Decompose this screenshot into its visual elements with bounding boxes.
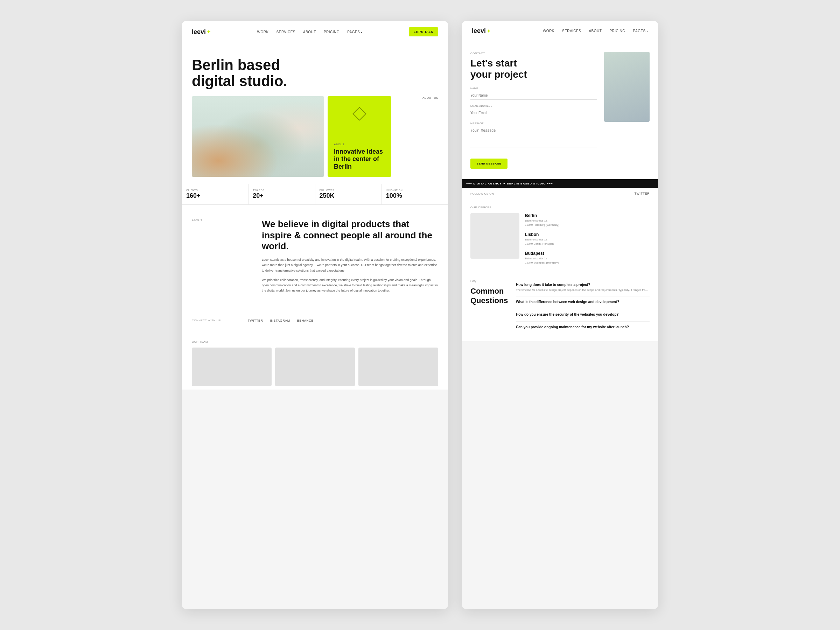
faq-eyebrow: FAQ (471, 279, 509, 283)
office-lisbon-addr2: 12340 Berlin (Portugal) (525, 242, 650, 246)
stat-clients-value: 160+ (186, 192, 244, 199)
team-card-3 (358, 347, 438, 386)
right-nav-links: WORK SERVICES ABOUT PRICING PAGES (543, 29, 648, 33)
team-grid (192, 347, 438, 386)
hero-card-text: Innovative ideas in the center of Berlin (334, 148, 385, 171)
left-page: leevi ✦ WORK SERVICES ABOUT PRICING PAGE… (182, 21, 448, 609)
send-message-button[interactable]: SEND MESSAGE (471, 159, 507, 169)
agency-ticker: +++ DIGITAL AGENCY ✦ BERLIN BASED STUDIO… (462, 179, 658, 188)
logo[interactable]: leevi ✦ (192, 28, 211, 36)
stat-clients: CLIENTS 160+ (182, 184, 248, 204)
faq-question-3[interactable]: How do you ensure the security of the we… (516, 313, 650, 316)
offices-layout: Berlin Bahnhofstraße 1a 12340 Hamburg (G… (471, 213, 650, 265)
faq-question-2[interactable]: What is the difference between web desig… (516, 300, 650, 304)
right-nav-pages[interactable]: PAGES (633, 29, 648, 33)
office-berlin-addr1: Bahnhofstraße 1a (525, 219, 650, 223)
about-para-1: Leevi stands as a beacon of creativity a… (262, 257, 438, 273)
right-nav-work[interactable]: WORK (543, 29, 554, 33)
contact-left: CONTACT Let's start your project NAME EM… (471, 52, 597, 169)
team-card-1 (192, 347, 272, 386)
form-group-message: MESSAGE (471, 122, 597, 149)
about-layout: ABOUT We believe in digital products tha… (192, 219, 438, 297)
connect-section: CONNECT WITH US TWITTER INSTAGRAM BEHANC… (182, 312, 448, 333)
offices-list: Berlin Bahnhofstraße 1a 12340 Hamburg (G… (525, 213, 650, 265)
faq-right: How long does it take to complete a proj… (516, 279, 650, 334)
connect-instagram[interactable]: INSTAGRAM (270, 319, 290, 322)
logo-star: ✦ (207, 29, 211, 35)
right-logo-star: ✦ (486, 28, 491, 34)
hero-image-inner (192, 96, 324, 177)
faq-item-2: What is the difference between web desig… (516, 297, 650, 309)
stat-innovation-value: 100% (386, 192, 444, 199)
offices-eyebrow: OUR OFFICES (471, 206, 650, 209)
stat-follower-label: FOLLOWER (319, 189, 377, 191)
message-label: MESSAGE (471, 122, 597, 125)
contact-section: CONTACT Let's start your project NAME EM… (462, 41, 658, 179)
stat-clients-label: CLIENTS (186, 189, 244, 191)
office-berlin-addr2: 12340 Hamburg (Germany) (525, 223, 650, 227)
office-lisbon-city: Lisbon (525, 232, 650, 237)
hero-section: Berlin based digital studio. ABOUT US AB… (182, 43, 448, 184)
office-lisbon-addr1: Bahnhofstraße 1a (525, 238, 650, 242)
faq-item-1: How long does it take to complete a proj… (516, 279, 650, 297)
name-input[interactable] (471, 92, 597, 100)
diamond-icon (352, 107, 366, 121)
ticker-text: +++ DIGITAL AGENCY ✦ BERLIN BASED STUDIO… (466, 182, 553, 185)
connect-label: CONNECT WITH US (192, 319, 234, 322)
offices-section: OUR OFFICES Berlin Bahnhofstraße 1a 1234… (462, 199, 658, 272)
hero-card-label: ABOUT (334, 143, 385, 146)
right-logo[interactable]: leevi ✦ (472, 27, 491, 35)
contact-heading: Let's start your project (471, 58, 597, 80)
nav-about[interactable]: ABOUT (303, 30, 316, 34)
faq-heading: Common Questions (471, 287, 509, 305)
faq-answer-1: The timeline for a website design projec… (516, 288, 650, 293)
hero-image (192, 96, 324, 177)
faq-item-4: Can you provide ongoing maintenance for … (516, 322, 650, 334)
stat-awards-value: 20+ (253, 192, 311, 199)
form-group-email: EMAIL ADDRESS (471, 105, 597, 117)
faq-question-4[interactable]: Can you provide ongoing maintenance for … (516, 325, 650, 329)
right-nav-services[interactable]: SERVICES (562, 29, 581, 33)
faq-section: FAQ Common Questions How long does it ta… (462, 272, 658, 341)
right-logo-text: leevi (472, 27, 486, 35)
office-budapest-city: Budapest (525, 251, 650, 256)
follow-platform[interactable]: TWITTER (635, 192, 650, 195)
about-heading: We believe in digital products that insp… (262, 219, 438, 252)
email-label: EMAIL ADDRESS (471, 105, 597, 107)
office-budapest-addr1: Bahnhofstraße 1a (525, 257, 650, 261)
stats-bar: CLIENTS 160+ AWARDS 20+ FOLLOWER 250K IN… (182, 184, 448, 205)
message-textarea[interactable] (471, 126, 597, 147)
nav-pricing[interactable]: PRICING (324, 30, 339, 34)
stat-innovation: INNOVATION 100% (382, 184, 448, 204)
faq-question-1[interactable]: How long does it take to complete a proj… (516, 283, 650, 287)
faq-layout: FAQ Common Questions How long does it ta… (471, 279, 650, 334)
faq-item-3: How do you ensure the security of the we… (516, 309, 650, 322)
nav-work[interactable]: WORK (257, 30, 269, 34)
email-input[interactable] (471, 109, 597, 117)
office-budapest: Budapest Bahnhofstraße 1a 12340 Budapest… (525, 251, 650, 265)
stat-follower-value: 250K (319, 192, 377, 199)
form-group-name: NAME (471, 87, 597, 100)
about-eyebrow: ABOUT (192, 219, 248, 222)
offices-map (471, 213, 519, 259)
hero-media: ABOUT US ABOUT Innovative ideas in the c… (192, 96, 438, 177)
right-navbar: leevi ✦ WORK SERVICES ABOUT PRICING PAGE… (462, 21, 658, 41)
hero-card: ABOUT Innovative ideas in the center of … (328, 96, 391, 177)
nav-pages[interactable]: PAGES (347, 30, 362, 34)
right-page: leevi ✦ WORK SERVICES ABOUT PRICING PAGE… (462, 21, 658, 609)
faq-left: FAQ Common Questions (471, 279, 509, 334)
contact-person-image (604, 52, 650, 122)
logo-text: leevi (192, 28, 206, 36)
about-right: We believe in digital products that insp… (262, 219, 438, 297)
connect-twitter[interactable]: TWITTER (248, 319, 263, 322)
team-section: OUR TEAM (182, 333, 448, 390)
office-berlin-city: Berlin (525, 213, 650, 218)
name-label: NAME (471, 87, 597, 90)
nav-cta-button[interactable]: LET'S TALK (409, 27, 438, 36)
right-nav-pricing[interactable]: PRICING (609, 29, 625, 33)
contact-eyebrow: CONTACT (471, 52, 597, 55)
right-nav-about[interactable]: ABOUT (589, 29, 602, 33)
follow-label: FOLLOW US ON (471, 192, 494, 195)
connect-behance[interactable]: BEHANCE (297, 319, 314, 322)
nav-services[interactable]: SERVICES (276, 30, 295, 34)
